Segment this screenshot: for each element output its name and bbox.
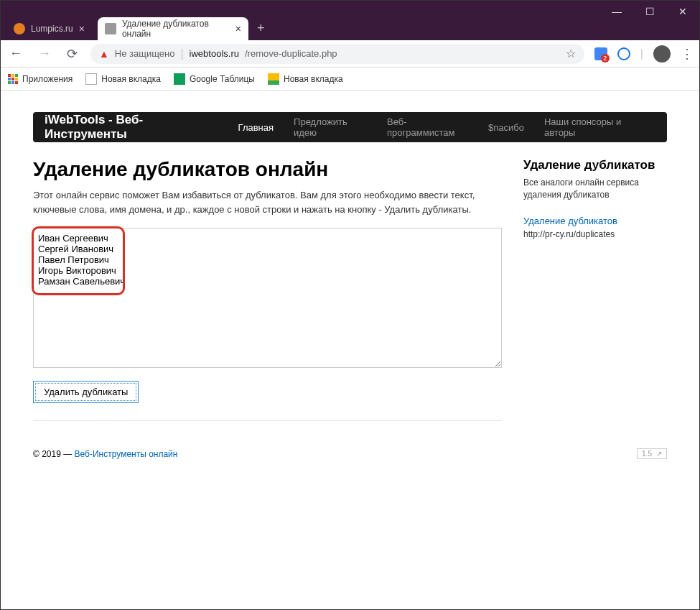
url-host: iwebtools.ru [190,48,239,59]
menu-button[interactable]: ⋮ [681,46,694,62]
profile-avatar[interactable] [653,45,671,63]
bookmark-label: Google Таблицы [190,74,255,84]
nav-link-suggest[interactable]: Предложить идею [285,108,375,147]
footer-link[interactable]: Веб-Инструменты онлайн [75,449,178,459]
bookmark-apps[interactable]: Приложения [8,74,73,84]
main-column: Удаление дубликатов онлайн Этот онлайн с… [33,158,502,421]
browser-tab-active[interactable]: Удаление дубликатов онлайн × [98,17,248,40]
sidebar-column: Удаление дубликатов Все аналоги онлайн с… [523,158,667,421]
bookmark-google-sheets[interactable]: Google Таблицы [174,73,255,85]
nav-link-devs[interactable]: Веб-программистам [378,108,477,147]
nav-link-home[interactable]: Главная [230,114,282,142]
bookmarks-bar: Приложения Новая вкладка Google Таблицы … [1,68,699,91]
bookmark-new-tab-1[interactable]: Новая вкладка [85,73,161,85]
new-tab-button[interactable]: + [257,21,265,36]
duplicates-textarea[interactable] [33,228,502,368]
tab-favicon [105,23,116,34]
minimize-button[interactable]: ― [600,1,633,22]
separator: | [180,47,183,60]
tab-title: Удаление дубликатов онлайн [122,19,230,39]
site-navbar: iWebTools - Веб-Инструменты Главная Пред… [33,112,667,142]
site-brand[interactable]: iWebTools - Веб-Инструменты [45,113,213,142]
badge-text: 1.5 [642,450,652,458]
apps-icon [8,74,18,84]
url-path: /remove-duplicate.php [245,48,337,59]
tab-title: Lumpics.ru [31,24,73,34]
reload-button[interactable]: ⟳ [64,43,80,65]
divider [33,420,502,421]
window-titlebar: Lumpics.ru × Удаление дубликатов онлайн … [1,1,699,40]
bookmark-star-icon[interactable]: ☆ [566,47,576,60]
sidebar-desc: Все аналоги онлайн сервиса удаления дубл… [523,177,667,201]
image-icon [268,73,279,85]
sheets-icon [174,73,185,85]
page-icon [85,73,97,85]
maximize-button[interactable]: ☐ [633,1,666,22]
sidebar-link[interactable]: Удаление дубликатов [523,216,617,226]
bookmark-label: Новая вкладка [284,74,343,84]
close-icon[interactable]: × [79,23,85,34]
remove-duplicates-button[interactable]: Удалить дубликаты [33,381,139,403]
security-warning-icon: ▲ [99,48,109,60]
bookmark-new-tab-2[interactable]: Новая вкладка [268,73,343,85]
separator: | [640,47,643,60]
bookmark-label: Новая вкладка [101,74,161,84]
nav-link-thanks[interactable]: $пасибо [480,114,533,142]
copyright-text: © 2019 — [33,449,72,459]
external-icon: ↗ [656,450,662,458]
extension-ghostery-icon[interactable] [594,47,607,60]
url-input[interactable]: ▲ Не защищено | iwebtools.ru/remove-dupl… [90,44,584,64]
back-button[interactable]: ← [6,43,25,64]
page-content: iWebTools - Веб-Инструменты Главная Пред… [1,91,699,481]
page-title: Удаление дубликатов онлайн [33,158,502,181]
page-description: Этот онлайн сервис поможет Вам избавитьс… [33,188,502,216]
browser-tab-lumpics[interactable]: Lumpics.ru × [6,17,92,40]
forward-button[interactable]: → [35,43,54,64]
nav-link-sponsors[interactable]: Наши спонсоры и авторы [536,108,655,147]
security-warning-text: Не защищено [115,48,175,59]
page-footer: © 2019 — Веб-Инструменты онлайн 1.5 ↗ [33,448,667,459]
address-bar: ← → ⟳ ▲ Не защищено | iwebtools.ru/remov… [1,40,699,68]
tab-favicon [14,23,25,34]
close-icon[interactable]: × [235,23,241,34]
sidebar-link-url: http://pr-cy.ru/duplicates [523,229,615,239]
bookmark-label: Приложения [22,74,73,84]
extension-globe-icon[interactable] [617,47,630,60]
sidebar-heading: Удаление дубликатов [523,158,667,172]
close-button[interactable]: ✕ [666,1,699,22]
footer-badge[interactable]: 1.5 ↗ [637,448,667,459]
